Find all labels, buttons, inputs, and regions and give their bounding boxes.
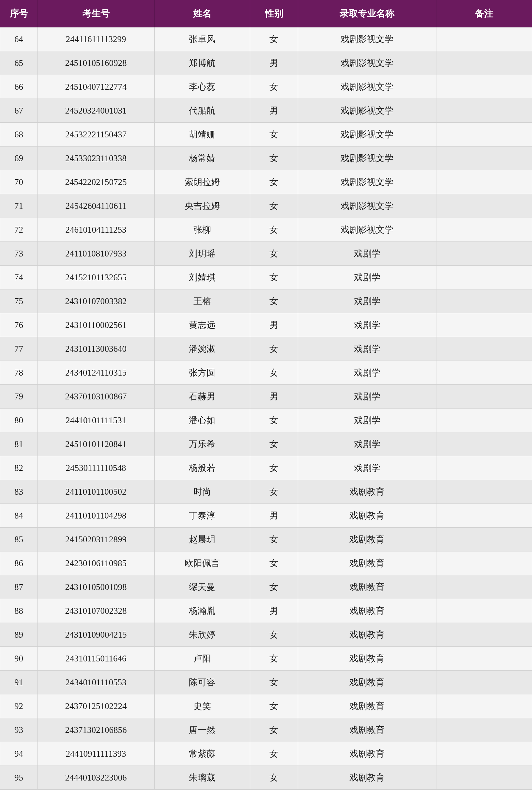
cell-gender: 女 [250,742,298,766]
cell-id: 24410911111393 [38,742,155,766]
table-row: 9124340101110553陈可容女戏剧教育 [0,671,532,694]
cell-id: 24533023110338 [38,147,155,170]
cell-id: 24310107003382 [38,289,155,313]
cell-note [436,504,532,528]
header-gender: 性别 [250,0,298,27]
header-seq: 序号 [0,0,38,27]
cell-gender: 女 [250,694,298,718]
cell-major: 戏剧教育 [298,694,436,718]
cell-id: 24510101120841 [38,432,155,456]
cell-major: 戏剧学 [298,385,436,409]
table-header-row: 序号 考生号 姓名 性别 录取专业名称 备注 [0,0,532,27]
cell-name: 刘婧琪 [154,266,250,289]
cell-name: 黄志远 [154,313,250,337]
header-id: 考生号 [38,0,155,27]
table-row: 6424411611113299张卓风女戏剧影视文学 [0,27,532,51]
cell-gender: 女 [250,266,298,289]
cell-id: 24310107002328 [38,599,155,623]
cell-gender: 女 [250,218,298,242]
table-row: 8224530111110548杨般若女戏剧学 [0,456,532,480]
cell-major: 戏剧教育 [298,671,436,694]
cell-gender: 女 [250,766,298,790]
cell-gender: 女 [250,123,298,147]
table-row: 7424152101132655刘婧琪女戏剧学 [0,266,532,289]
cell-id: 24150203112899 [38,528,155,551]
cell-note [436,194,532,218]
table-row: 8724310105001098缪天曼女戏剧教育 [0,575,532,599]
cell-note [436,575,532,599]
cell-seq: 93 [0,718,38,742]
cell-id: 24542604110611 [38,194,155,218]
cell-id: 24340124110315 [38,361,155,385]
cell-note [436,51,532,75]
cell-name: 史笑 [154,694,250,718]
cell-id: 24532221150437 [38,123,155,147]
cell-seq: 80 [0,409,38,432]
cell-note [436,456,532,480]
table-row: 9324371302106856唐一然女戏剧教育 [0,718,532,742]
cell-gender: 女 [250,409,298,432]
table-row: 6924533023110338杨常婧女戏剧影视文学 [0,147,532,170]
cell-seq: 84 [0,504,38,528]
cell-name: 唐一然 [154,718,250,742]
cell-gender: 女 [250,623,298,647]
cell-major: 戏剧教育 [298,623,436,647]
cell-major: 戏剧影视文学 [298,194,436,218]
cell-name: 欧阳佩言 [154,551,250,575]
cell-id: 24230106110985 [38,551,155,575]
cell-seq: 95 [0,766,38,790]
cell-note [436,75,532,99]
cell-seq: 90 [0,647,38,671]
cell-major: 戏剧影视文学 [298,170,436,194]
cell-id: 24310115011646 [38,647,155,671]
cell-name: 张柳 [154,218,250,242]
cell-note [436,385,532,409]
cell-gender: 女 [250,432,298,456]
cell-note [436,218,532,242]
cell-gender: 女 [250,361,298,385]
cell-gender: 男 [250,599,298,623]
table-row: 8824310107002328杨瀚胤男戏剧教育 [0,599,532,623]
cell-note [436,647,532,671]
cell-name: 常紫藤 [154,742,250,766]
cell-seq: 78 [0,361,38,385]
cell-gender: 女 [250,289,298,313]
table-row: 7224610104111253张柳女戏剧影视文学 [0,218,532,242]
cell-major: 戏剧教育 [298,766,436,790]
cell-name: 万乐希 [154,432,250,456]
cell-major: 戏剧教育 [298,718,436,742]
cell-note [436,671,532,694]
cell-name: 郑博航 [154,51,250,75]
cell-seq: 89 [0,623,38,647]
cell-major: 戏剧学 [298,266,436,289]
cell-major: 戏剧学 [298,242,436,266]
cell-note [436,266,532,289]
table-row: 6824532221150437胡靖姗女戏剧影视文学 [0,123,532,147]
cell-major: 戏剧影视文学 [298,27,436,51]
cell-gender: 男 [250,51,298,75]
cell-name: 杨常婧 [154,147,250,170]
cell-id: 24340101110553 [38,671,155,694]
cell-gender: 女 [250,575,298,599]
cell-id: 24310105001098 [38,575,155,599]
cell-seq: 72 [0,218,38,242]
cell-id: 24310109004215 [38,623,155,647]
cell-seq: 82 [0,456,38,480]
data-table: 序号 考生号 姓名 性别 录取专业名称 备注 6424411611113299张… [0,0,532,790]
cell-id: 24440103223006 [38,766,155,790]
cell-major: 戏剧学 [298,361,436,385]
cell-major: 戏剧影视文学 [298,218,436,242]
cell-major: 戏剧教育 [298,504,436,528]
cell-id: 24610104111253 [38,218,155,242]
cell-name: 代船航 [154,99,250,123]
table-row: 7524310107003382王榕女戏剧学 [0,289,532,313]
cell-gender: 女 [250,147,298,170]
cell-note [436,599,532,623]
cell-id: 24542202150725 [38,170,155,194]
cell-gender: 女 [250,194,298,218]
cell-gender: 女 [250,671,298,694]
cell-name: 索朗拉姆 [154,170,250,194]
cell-seq: 68 [0,123,38,147]
cell-name: 卢阳 [154,647,250,671]
table-body: 6424411611113299张卓风女戏剧影视文学65245101051609… [0,27,532,790]
